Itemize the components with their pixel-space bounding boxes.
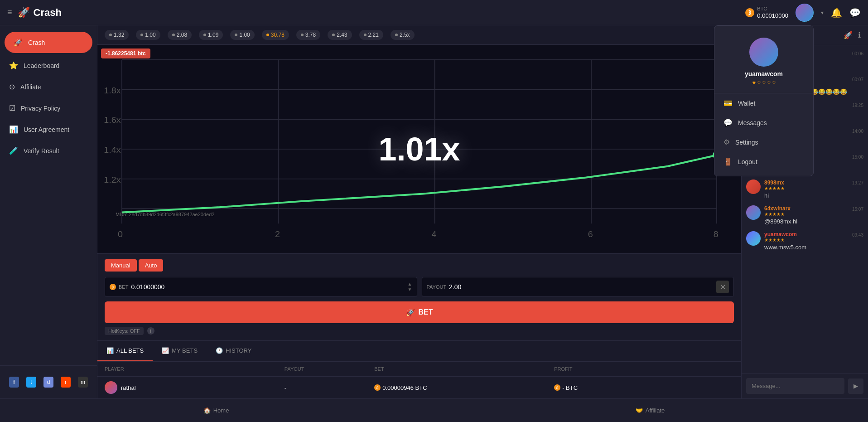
bet-tab-auto[interactable]: Auto bbox=[139, 259, 164, 272]
chat-avatar-6 bbox=[746, 205, 761, 220]
dropdown-logout-item[interactable]: 🚪 Logout bbox=[714, 152, 813, 171]
chat-info-icon[interactable]: ℹ bbox=[858, 31, 861, 39]
bets-section: 📊 ALL BETS 📈 MY BETS 🕐 HISTORY PLAYER PA… bbox=[97, 340, 741, 398]
chat-message-input[interactable] bbox=[746, 378, 844, 394]
chevron-down-icon[interactable]: ▾ bbox=[821, 10, 824, 16]
messages-label: Messages bbox=[738, 119, 767, 126]
profit-value: - BTC bbox=[562, 384, 578, 391]
bets-tab-my-label: MY BETS bbox=[172, 347, 198, 354]
content-area: 1.32 1.00 2.08 1.09 1.00 30.78 3.78 2.43… bbox=[97, 25, 741, 398]
medium-icon[interactable]: m bbox=[78, 377, 88, 388]
bet-btc-icon: ₿ bbox=[110, 284, 116, 290]
svg-text:1.6x: 1.6x bbox=[104, 116, 121, 125]
bottom-nav: 🏠 Home 🤝 Affiliate bbox=[0, 398, 868, 422]
chat-toggle-icon[interactable]: 💬 bbox=[849, 7, 861, 18]
payout-clear-button[interactable]: ✕ bbox=[716, 281, 729, 293]
sidebar-label-leaderboard: Leaderboard bbox=[24, 62, 59, 69]
sidebar-item-user-agreement[interactable]: 📊 User Agreement bbox=[0, 119, 97, 140]
wallet-label: Wallet bbox=[738, 100, 755, 107]
topbar: ≡ 🚀 Crash ₿ BTC 0.00010000 ▾ 🔔 💬 bbox=[0, 0, 868, 25]
payout-value: - bbox=[285, 384, 286, 391]
dropdown-user-section: yuamawcom ★☆☆☆☆ bbox=[714, 30, 813, 93]
chat-message-7: yuamawcom 09:43 ★★★★★ www.msw5.com bbox=[746, 231, 863, 252]
bell-icon[interactable]: 🔔 bbox=[831, 7, 842, 18]
bets-tab-history[interactable]: 🕐 HISTORY bbox=[207, 341, 260, 361]
sidebar-item-leaderboard[interactable]: ⭐ Leaderboard bbox=[0, 55, 97, 76]
settings-label: Settings bbox=[735, 139, 758, 146]
topbar-left: ≡ 🚀 Crash bbox=[7, 7, 62, 19]
chat-msg-content-5: 8998mx 19:27 ★★★★★ hi bbox=[764, 179, 863, 200]
crash-loss-badge: -1.86225481 btc bbox=[101, 49, 150, 58]
crash-icon: 🚀 bbox=[14, 38, 23, 47]
bet-tab-manual[interactable]: Manual bbox=[105, 259, 137, 272]
bet-pill-6: 3.78 bbox=[296, 30, 320, 40]
twitter-icon[interactable]: t bbox=[26, 377, 36, 388]
bets-tab-all[interactable]: 📊 ALL BETS bbox=[97, 341, 153, 361]
sidebar-item-verify[interactable]: 🧪 Verify Result bbox=[0, 140, 97, 161]
bets-tab-history-label: HISTORY bbox=[226, 347, 251, 354]
bets-tab-my[interactable]: 📈 MY BETS bbox=[153, 341, 207, 361]
user-avatar-button[interactable] bbox=[796, 4, 814, 22]
hotkeys-info-icon[interactable]: i bbox=[147, 327, 154, 335]
privacy-icon: ☑ bbox=[9, 104, 15, 112]
profit-btc-dot: ₿ bbox=[554, 384, 560, 391]
hotkeys-row: HotKeys: OFF i bbox=[105, 327, 734, 335]
crash-multiplier: 1.01x bbox=[378, 131, 460, 168]
chat-message-6: 64xwinarx 15:07 ★★★★★ @8998mx hi bbox=[746, 205, 863, 226]
bet-button-icon: 🚀 bbox=[406, 308, 415, 317]
bet-pill-9: 2.5x bbox=[391, 30, 415, 40]
reddit-icon[interactable]: r bbox=[61, 377, 71, 388]
chat-rocket-icon[interactable]: 🚀 bbox=[844, 31, 853, 39]
chat-header-icons: 🚀 ℹ bbox=[844, 31, 861, 39]
home-icon: 🏠 bbox=[203, 407, 211, 414]
btc-balance: ₿ BTC 0.00010000 bbox=[745, 6, 788, 19]
chat-time-3: 14:00 bbox=[852, 129, 863, 134]
chat-text-5: hi bbox=[764, 192, 863, 200]
crash-hash: MD5: 28d7db89d2d6f3fc2a987942ae20ded2 bbox=[116, 212, 214, 217]
home-label: Home bbox=[213, 407, 229, 414]
bet-arrow-down[interactable]: ▼ bbox=[408, 287, 412, 292]
dropdown-messages-item[interactable]: 💬 Messages bbox=[714, 113, 813, 132]
payout-input[interactable] bbox=[449, 283, 716, 291]
bets-tab-all-icon: 📊 bbox=[106, 347, 114, 354]
bet-button-label: BET bbox=[419, 308, 433, 316]
chat-time-7: 09:43 bbox=[852, 233, 863, 238]
sidebar-label-verify: Verify Result bbox=[24, 147, 59, 155]
col-payout: PAYOUT bbox=[285, 366, 374, 372]
logout-icon: 🚪 bbox=[723, 157, 733, 166]
crash-overlay-top: -1.86225481 btc bbox=[101, 49, 150, 58]
bet-pill-0: 1.32 bbox=[105, 30, 129, 40]
sidebar-item-crash[interactable]: 🚀 Crash bbox=[5, 32, 92, 53]
bet-button[interactable]: 🚀 BET bbox=[105, 301, 734, 323]
chat-send-button[interactable]: ▶ bbox=[848, 378, 863, 394]
payout-input-group: PAYOUT ✕ bbox=[422, 277, 734, 297]
bets-tabs: 📊 ALL BETS 📈 MY BETS 🕐 HISTORY bbox=[97, 341, 741, 362]
affiliate-bottom-label: Affiliate bbox=[646, 407, 665, 414]
facebook-icon[interactable]: f bbox=[9, 377, 19, 388]
col-player: PLAYER bbox=[105, 366, 285, 372]
chat-msg-content-6: 64xwinarx 15:07 ★★★★★ @8998mx hi bbox=[764, 205, 863, 226]
svg-text:1.8x: 1.8x bbox=[104, 86, 121, 95]
affiliate-icon: ⊙ bbox=[9, 82, 15, 91]
discord-icon[interactable]: d bbox=[43, 377, 53, 388]
bottom-nav-home[interactable]: 🏠 Home bbox=[203, 407, 229, 414]
bottom-nav-affiliate[interactable]: 🤝 Affiliate bbox=[636, 407, 665, 414]
bet-input-group: ₿ BET ▲ ▼ bbox=[105, 277, 417, 297]
messages-icon: 💬 bbox=[723, 118, 733, 127]
sidebar-item-affiliate[interactable]: ⊙ Affiliate bbox=[0, 76, 97, 97]
dropdown-wallet-item[interactable]: 💳 Wallet bbox=[714, 93, 813, 113]
btc-info: BTC 0.00010000 bbox=[757, 6, 788, 19]
chat-text-6: @8998mx hi bbox=[764, 218, 863, 226]
sidebar-label-user-agreement: User Agreement bbox=[24, 126, 69, 133]
bet-arrows[interactable]: ▲ ▼ bbox=[408, 282, 412, 292]
bet-input[interactable] bbox=[131, 283, 407, 291]
sidebar-label-affiliate: Affiliate bbox=[20, 83, 41, 91]
topbar-right: ₿ BTC 0.00010000 ▾ 🔔 💬 bbox=[745, 4, 861, 22]
affiliate-bottom-icon: 🤝 bbox=[636, 407, 643, 414]
btc-amount: 0.00010000 bbox=[757, 12, 788, 19]
bet-arrow-up[interactable]: ▲ bbox=[408, 282, 412, 286]
hamburger-icon[interactable]: ≡ bbox=[7, 8, 12, 17]
col-bet: BET bbox=[374, 366, 554, 372]
sidebar-item-privacy[interactable]: ☑ Privacy Policy bbox=[0, 97, 97, 119]
dropdown-settings-item[interactable]: ⚙ Settings bbox=[714, 132, 813, 152]
